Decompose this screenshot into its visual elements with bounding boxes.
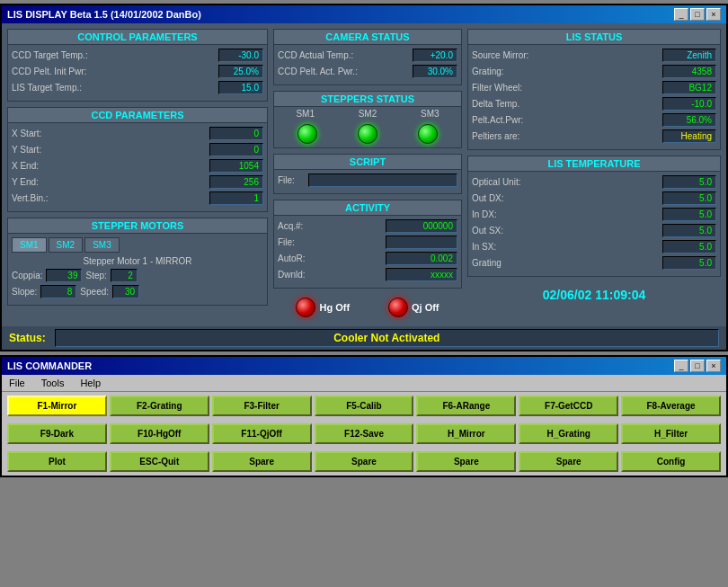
lis-target-temp-value: 15.0	[218, 81, 263, 94]
fn-config[interactable]: Config	[621, 451, 721, 472]
optical-unit-label: Optical Unit:	[472, 177, 520, 187]
fn-spare-2[interactable]: Spare	[315, 451, 414, 472]
x-end-value: 1054	[209, 159, 263, 173]
x-start-label: X Start:	[12, 129, 209, 138]
stepper-motors-panel: STEPPER MOTORS SM1 SM2 SM3 Stepper Motor…	[7, 218, 268, 306]
sm1-led	[297, 124, 317, 144]
script-panel: SCRIPT File:	[273, 154, 462, 194]
fn-f3-filter[interactable]: F3-Filter	[212, 396, 312, 416]
qj-button[interactable]: Qj Off	[388, 298, 439, 317]
display-minimize-btn[interactable]: _	[674, 8, 688, 21]
stepper-tab-sm1[interactable]: SM1	[12, 237, 47, 253]
y-start-value: 0	[209, 143, 263, 156]
script-body: File:	[274, 170, 461, 193]
commander-close-btn[interactable]: ×	[706, 360, 721, 372]
control-params-panel: CONTROL PARAMETERS CCD Target Temp.: -30…	[7, 29, 268, 102]
out-dx-label: Out DX:	[472, 193, 504, 203]
camera-status-body: CCD Actual Temp.: +20.0 CCD Pelt. Act. P…	[274, 45, 461, 84]
control-params-body: CCD Target Temp.: -30.0 CCD Pelt. Init P…	[8, 45, 267, 101]
grating-value: 4358	[662, 65, 716, 78]
menu-tools[interactable]: Tools	[38, 377, 68, 389]
activity-file-row: File:	[278, 236, 457, 249]
steppers-status-panel: STEPPERS STATUS SM1 SM2 SM3	[273, 91, 462, 148]
y-end-value: 256	[209, 175, 263, 189]
grating-label: Grating:	[472, 67, 504, 76]
lis-target-temp-row: LIS Target Temp.: 15.0	[12, 81, 263, 94]
lis-temperature-panel: LIS TEMPERATURE Optical Unit: 5.0 Out DX…	[467, 156, 721, 277]
script-file-value[interactable]	[308, 173, 457, 187]
menubar: File Tools Help	[2, 375, 726, 392]
acq-row: Acq.#: 000000	[278, 219, 457, 233]
fn-f11-qjoff[interactable]: F11-QjOff	[212, 423, 312, 444]
left-column: CONTROL PARAMETERS CCD Target Temp.: -30…	[7, 29, 268, 321]
source-mirror-label: Source Mirror:	[472, 50, 528, 60]
camera-status-header: CAMERA STATUS	[274, 30, 461, 45]
fn-h-filter[interactable]: H_Filter	[621, 423, 721, 444]
lis-target-temp-label: LIS Target Temp.:	[12, 83, 82, 93]
fn-f6-arange[interactable]: F6-ARange	[416, 396, 516, 416]
menu-file[interactable]: File	[5, 377, 29, 389]
step-label: Step:	[85, 271, 106, 280]
stepper-tab-sm2[interactable]: SM2	[49, 237, 84, 253]
fn-f9-dark[interactable]: F9-Dark	[7, 423, 107, 444]
slope-speed-row: Slope: 8 Speed: 30	[12, 285, 263, 298]
display-maximize-btn[interactable]: □	[690, 8, 705, 21]
qj-led	[388, 298, 408, 317]
camera-status-panel: CAMERA STATUS CCD Actual Temp.: +20.0 CC…	[273, 29, 462, 85]
lis-temperature-body: Optical Unit: 5.0 Out DX: 5.0 In DX: 5.0…	[468, 172, 720, 276]
fn-spare-3[interactable]: Spare	[416, 451, 516, 472]
activity-file-value	[386, 236, 457, 249]
lis-status-panel: LIS STATUS Source Mirror: Zenith Grating…	[467, 29, 721, 150]
hg-button[interactable]: Hg Off	[296, 298, 350, 317]
fn-f5-calib[interactable]: F5-Calib	[315, 396, 414, 416]
display-window: LIS DISPLAY Beta 1.5 (14/01/2002 DanBo) …	[0, 4, 728, 351]
grating-temp-label: Grating	[472, 258, 502, 268]
activity-file-label: File:	[278, 237, 295, 247]
fn-f1-mirror[interactable]: F1-Mirror	[7, 396, 107, 416]
sm-labels: SM1 SM2 SM3	[274, 107, 461, 120]
fn-f2-grating[interactable]: F2-Grating	[110, 396, 209, 416]
commander-title: LIS COMMANDER	[7, 360, 92, 371]
acq-label: Acq.#:	[278, 221, 303, 231]
ccd-target-temp-label: CCD Target Temp.:	[12, 50, 88, 60]
stepper-motors-header: STEPPER MOTORS	[8, 218, 267, 234]
ccd-pelt-act-value: 30.0%	[413, 65, 457, 78]
hg-label: Hg Off	[319, 302, 350, 313]
stepper-motor-label: Stepper Motor 1 - MIRROR	[12, 256, 263, 266]
stepper-tabs: SM1 SM2 SM3	[12, 237, 263, 253]
display-close-btn[interactable]: ×	[706, 8, 721, 21]
fn-button-grid-row2: F9-Dark F10-HgOff F11-QjOff F12-Save H_M…	[2, 420, 726, 448]
ccd-actual-temp-value: +20.0	[413, 49, 457, 62]
script-file-label: File:	[278, 175, 305, 185]
status-label: Status:	[9, 332, 46, 344]
fn-f10-hgoff[interactable]: F10-HgOff	[110, 423, 209, 444]
peltiers-are-row: Peltiers are: Heating	[472, 129, 716, 143]
menu-help[interactable]: Help	[76, 377, 104, 389]
middle-column: CAMERA STATUS CCD Actual Temp.: +20.0 CC…	[273, 29, 462, 321]
dwnld-value: xxxxx	[386, 268, 457, 281]
y-end-row: Y End: 256	[12, 175, 263, 189]
status-value: Cooler Not Activated	[55, 329, 719, 347]
slope-value: 8	[40, 285, 76, 298]
commander-maximize-btn[interactable]: □	[690, 360, 705, 372]
fn-h-grating[interactable]: H_Grating	[519, 423, 618, 444]
in-sx-value: 5.0	[662, 240, 716, 253]
commander-window: LIS COMMANDER _ □ × File Tools Help F1-M…	[0, 355, 728, 477]
fn-plot[interactable]: Plot	[7, 451, 107, 472]
pelt-act-pwr-row: Pelt.Act.Pwr: 56.0%	[472, 113, 716, 127]
stepper-tab-sm3[interactable]: SM3	[84, 237, 120, 253]
fn-esc-quit[interactable]: ESC-Quit	[110, 451, 209, 472]
vert-bin-label: Vert.Bin.:	[12, 193, 209, 203]
dwnld-row: Dwnld: xxxxx	[278, 268, 457, 281]
y-end-label: Y End:	[12, 177, 209, 187]
fn-h-mirror[interactable]: H_Mirror	[416, 423, 516, 444]
fn-spare-4[interactable]: Spare	[519, 451, 618, 472]
coppia-label: Coppia:	[12, 271, 42, 280]
fn-f12-save[interactable]: F12-Save	[315, 423, 414, 444]
commander-minimize-btn[interactable]: _	[674, 360, 688, 372]
fn-f7-getccd[interactable]: F7-GetCCD	[519, 396, 618, 416]
fn-spare-1[interactable]: Spare	[212, 451, 312, 472]
activity-body: Acq.#: 000000 File: AutoR: 0.002 Dwnld: …	[274, 216, 461, 288]
display-title-buttons: _ □ ×	[674, 8, 721, 21]
fn-f8-average[interactable]: F8-Average	[621, 396, 721, 416]
